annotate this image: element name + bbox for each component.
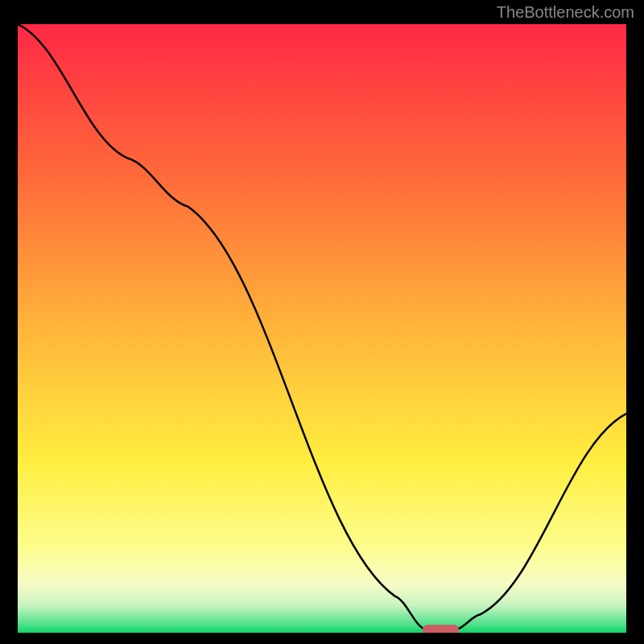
chart-plot-area	[18, 24, 626, 633]
chart-background	[18, 24, 626, 633]
chart-marker	[423, 625, 459, 633]
chart-svg	[18, 24, 626, 633]
watermark-text: TheBottleneck.com	[497, 3, 634, 22]
